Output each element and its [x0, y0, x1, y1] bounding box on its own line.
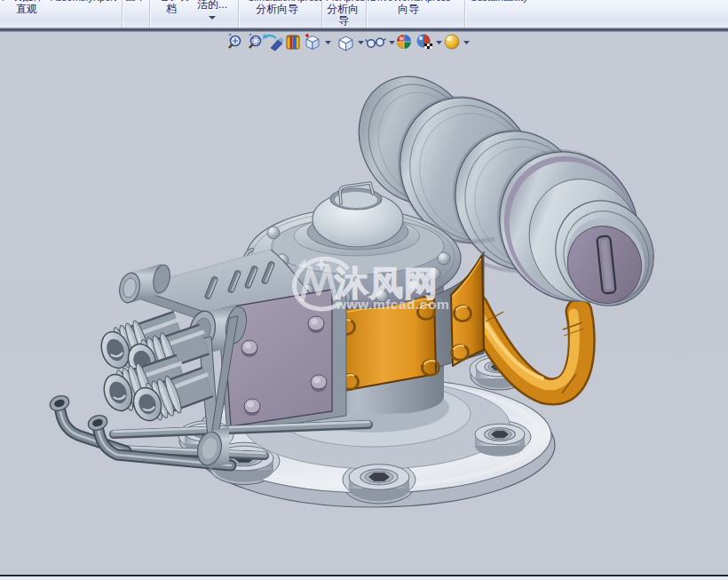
svg-text:www.mfcad.com: www.mfcad.com	[335, 297, 449, 312]
